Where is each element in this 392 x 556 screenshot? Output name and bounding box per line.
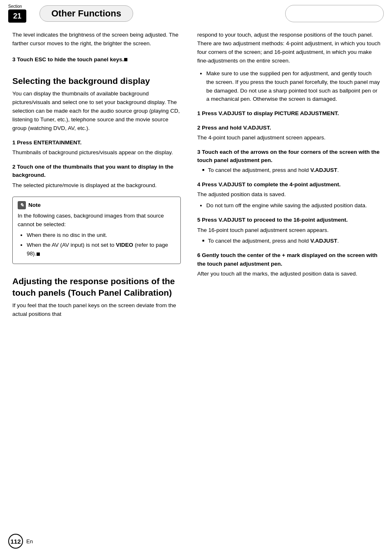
step4r-body: The adjusted position data is saved. — [197, 190, 380, 199]
step5r-bullet: To cancel the adjustment, press and hold… — [202, 237, 380, 246]
right-intro: respond to your touch, adjust the respon… — [197, 31, 380, 65]
make-sure-bullets: Make sure to use the supplied pen for ad… — [197, 70, 380, 104]
language-label: En — [26, 538, 33, 544]
step4r-heading: 4 Press V.ADJUST to complete the 4-point… — [197, 181, 380, 189]
step5r-body: The 16-point touch panel adjustment scre… — [197, 226, 380, 235]
step2r-heading: 2 Press and hold V.ADJUST. — [197, 124, 380, 132]
square-marker — [124, 58, 127, 61]
page-header: Section 21 Other Functions — [0, 0, 392, 23]
selecting-heading: Selecting the background display — [12, 75, 181, 86]
right-column: respond to your touch, adjust the respon… — [189, 31, 392, 323]
step3r-heading: 3 Touch each of the arrows on the four c… — [197, 148, 380, 165]
step1-heading: 1 Press ENTERTAINMENT. — [12, 139, 181, 147]
step2r-body: The 4-point touch panel adjustment scree… — [197, 134, 380, 142]
adjusting-heading: Adjusting the response positions of the … — [12, 276, 181, 298]
note-body: In the following cases, background image… — [18, 212, 175, 229]
main-content: The level indicates the brightness of th… — [0, 31, 392, 323]
section-number: 21 — [8, 9, 26, 23]
square-marker-note — [37, 253, 40, 256]
note-bullet-1: When there is no disc in the unit. — [27, 231, 175, 240]
left-column: The level indicates the brightness of th… — [0, 31, 189, 323]
step3r-bullet: To cancel the adjustment, press and hold… — [202, 166, 380, 175]
note-bullet-2: When the AV (AV input) is not set to VID… — [27, 241, 175, 258]
header-right-pill — [285, 5, 384, 22]
step5r-bullets: To cancel the adjustment, press and hold… — [197, 237, 380, 246]
step4r-sub-bullet: Do not turn off the engine while saving … — [206, 202, 380, 210]
step4r-sub-bullets: Do not turn off the engine while saving … — [197, 202, 380, 210]
note-title: ✎ Note — [18, 201, 175, 209]
step1r-heading: 1 Press V.ADJUST to display PICTURE ADJU… — [197, 109, 380, 118]
step6r-heading: 6 Gently touch the center of the + mark … — [197, 251, 380, 268]
make-sure-bullet: Make sure to use the supplied pen for ad… — [206, 70, 380, 104]
step5r-heading: 5 Press V.ADJUST to proceed to the 16-po… — [197, 216, 380, 224]
adjusting-body: If you feel that the touch panel keys on… — [12, 301, 181, 319]
section-label: Section — [8, 4, 22, 9]
step2-heading: 2 Touch one of the thumbnails that you w… — [12, 163, 181, 180]
section-badge: Section 21 — [8, 4, 33, 23]
section-title: Other Functions — [39, 5, 133, 22]
selecting-body: You can display the thumbnails of availa… — [12, 90, 181, 133]
step2-body: The selected picture/movie is displayed … — [12, 181, 181, 190]
page: Section 21 Other Functions The level ind… — [0, 0, 392, 556]
note-icon: ✎ — [18, 201, 26, 209]
note-box: ✎ Note In the following cases, backgroun… — [12, 197, 181, 264]
page-number: 112 — [8, 534, 23, 549]
page-footer: 112 En — [8, 534, 33, 549]
note-bullets: When there is no disc in the unit. When … — [18, 231, 175, 258]
step3r-bullets: To cancel the adjustment, press and hold… — [197, 166, 380, 175]
step3-heading: 3 Touch ESC to hide the touch panel keys… — [12, 56, 181, 64]
step1-body: Thumbnails of background pictures/visual… — [12, 148, 181, 157]
intro-text: The level indicates the brightness of th… — [12, 31, 181, 48]
step6r-body: After you touch all the marks, the adjus… — [197, 270, 380, 278]
